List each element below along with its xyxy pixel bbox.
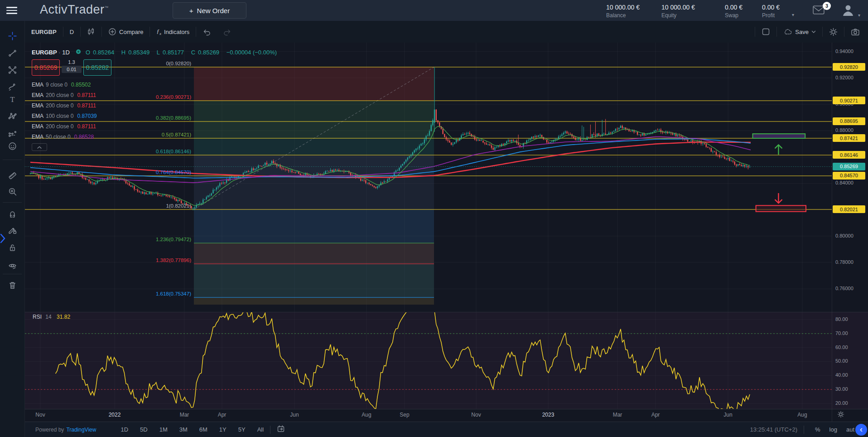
price-line-badge: 0.86146 (833, 151, 865, 159)
time-tick-2023[interactable]: 2023 (542, 412, 555, 418)
user-avatar[interactable] (841, 3, 855, 19)
tradingview-link[interactable]: TradingView (66, 427, 96, 433)
time-tick-Aug[interactable]: Aug (362, 412, 371, 418)
time-tick-Sep[interactable]: Sep (400, 412, 409, 418)
undo-button[interactable] (196, 25, 217, 38)
xabcd-pattern-tool[interactable] (8, 112, 17, 122)
panel-expand-icon[interactable] (0, 233, 5, 246)
time-tick-Apr[interactable]: Apr (651, 412, 660, 418)
multichart-button[interactable] (755, 25, 776, 38)
compare-button[interactable]: Compare (102, 25, 149, 38)
legend-symbol[interactable]: EURGBP (32, 49, 57, 56)
sidebar-divider (3, 202, 22, 203)
snapshot-button[interactable] (844, 25, 866, 38)
go-to-date-button[interactable] (277, 425, 285, 434)
lock-icon (8, 243, 17, 252)
range-3M[interactable]: 3M (179, 426, 188, 433)
indicator-row-ema-200[interactable]: EMA200 close 00.87111 (32, 123, 96, 132)
range-1Y[interactable]: 1Y (219, 426, 227, 433)
go-to-date-icon (277, 425, 285, 433)
swap-stat: 0.00 €Swap (725, 4, 743, 19)
svg-text:0.236(0.90271): 0.236(0.90271) (156, 94, 191, 100)
range-5D[interactable]: 5D (140, 426, 148, 433)
svg-text:1(0.82021): 1(0.82021) (166, 203, 191, 209)
log-scale-button[interactable]: log (829, 426, 837, 433)
time-tick-Aug[interactable]: Aug (797, 412, 807, 418)
price-tick: 0.76000 (835, 286, 854, 291)
emoji-tool[interactable] (8, 142, 17, 152)
range-1D[interactable]: 1D (121, 426, 128, 433)
time-axis-settings-icon[interactable] (837, 411, 844, 420)
new-order-button[interactable]: + New Order (173, 2, 246, 19)
time-tick-Jun[interactable]: Jun (723, 412, 732, 418)
gear-icon (829, 28, 838, 36)
trend-line-icon (8, 49, 17, 58)
range-6M[interactable]: 6M (199, 426, 207, 433)
symbol-button[interactable]: EURGBP (25, 25, 63, 38)
indicator-row-ema-100[interactable]: EMA100 close 00.87039 (32, 113, 97, 122)
range-1M[interactable]: 1M (159, 426, 168, 433)
time-tick-2022[interactable]: 2022 (109, 412, 121, 418)
time-tick-Jun[interactable]: Jun (290, 412, 299, 418)
remove-drawings-tool[interactable] (8, 281, 17, 291)
trend-line-tool[interactable] (8, 49, 17, 59)
avatar-caret-icon[interactable]: ▾ (858, 13, 860, 18)
fib-retracement-tool[interactable] (8, 66, 17, 76)
redo-button[interactable] (217, 25, 238, 38)
pane-divider[interactable] (25, 312, 868, 312)
percent-scale-button[interactable]: % (815, 426, 820, 433)
clock-label[interactable]: 13:25:41 (UTC+2) (750, 426, 797, 433)
range-All[interactable]: All (257, 426, 264, 433)
volume-field[interactable]: 0.01 (62, 66, 82, 73)
price-tick: 0.84000 (835, 180, 854, 185)
stats-caret-icon[interactable]: ▾ (792, 12, 794, 17)
svg-text:0.764(0.84570): 0.764(0.84570) (156, 170, 191, 175)
svg-text:0.382(0.88695): 0.382(0.88695) (156, 115, 191, 121)
price-tick: 0.78000 (835, 259, 854, 265)
time-tick-Apr[interactable]: Apr (218, 412, 227, 418)
sell-price-button[interactable]: 0.85269 (32, 59, 60, 76)
indicator-row-ema-200[interactable]: EMA200 close 00.87111 (32, 102, 96, 112)
chart-toolbar: EURGBP D Compare ƒx Indicators (25, 21, 868, 43)
rsi-tick: 80.00 (835, 316, 848, 322)
time-tick-Mar[interactable]: Mar (613, 412, 622, 418)
time-tick-Nov[interactable]: Nov (35, 412, 45, 418)
rsi-tick: 70.00 (835, 330, 848, 336)
range-5Y[interactable]: 5Y (238, 426, 246, 433)
rsi-tick: 30.00 (835, 386, 848, 392)
chart-style-button[interactable] (81, 25, 101, 38)
main-price-chart[interactable]: 0(0.92820)0.236(0.90271)0.382(0.88695)0.… (25, 43, 832, 312)
indicators-button[interactable]: ƒx Indicators (150, 25, 196, 38)
text-tool[interactable]: T (8, 95, 17, 106)
magnet-tool[interactable] (8, 210, 17, 220)
indicator-row-ema-200[interactable]: EMA200 close 00.87111 (32, 92, 96, 101)
rsi-indicator-row[interactable]: RSI 14 31.82 (33, 314, 70, 320)
crosshair-tool[interactable] (8, 32, 17, 42)
brush-tool[interactable] (8, 83, 17, 93)
interval-button[interactable]: D (63, 25, 80, 38)
collapse-panel-button[interactable]: ‹ (855, 424, 867, 436)
forecast-tool[interactable] (8, 129, 17, 140)
lock-tool[interactable] (8, 243, 17, 254)
rsi-pane-chart[interactable] (25, 312, 832, 409)
drawing-mode-tool[interactable] (8, 226, 17, 236)
save-button[interactable]: Save (777, 25, 822, 38)
hide-drawings-tool[interactable] (8, 262, 17, 272)
time-tick-Mar[interactable]: Mar (180, 412, 189, 418)
auto-scale-button[interactable]: aut (846, 426, 854, 433)
indicator-row-ema-9[interactable]: EMA9 close 00.85502 (32, 82, 91, 91)
ruler-icon (8, 171, 17, 180)
time-tick-Nov[interactable]: Nov (471, 412, 481, 418)
indicator-row-ema-50[interactable]: EMA50 close 00.86528 (32, 134, 94, 143)
legend-collapse-button[interactable] (32, 143, 47, 151)
brush-icon (8, 83, 17, 91)
hamburger-menu-icon[interactable] (6, 7, 17, 14)
buy-price-button[interactable]: 0.85282 (83, 59, 111, 76)
change-value: −0.00004 (−0.00%) (227, 49, 277, 56)
price-axis-separator (832, 43, 832, 422)
magnet-icon (8, 210, 17, 218)
zoom-in-tool[interactable] (8, 187, 17, 198)
ruler-tool[interactable] (8, 171, 17, 182)
chart-settings-button[interactable] (823, 25, 844, 38)
compare-plus-icon (108, 28, 116, 36)
